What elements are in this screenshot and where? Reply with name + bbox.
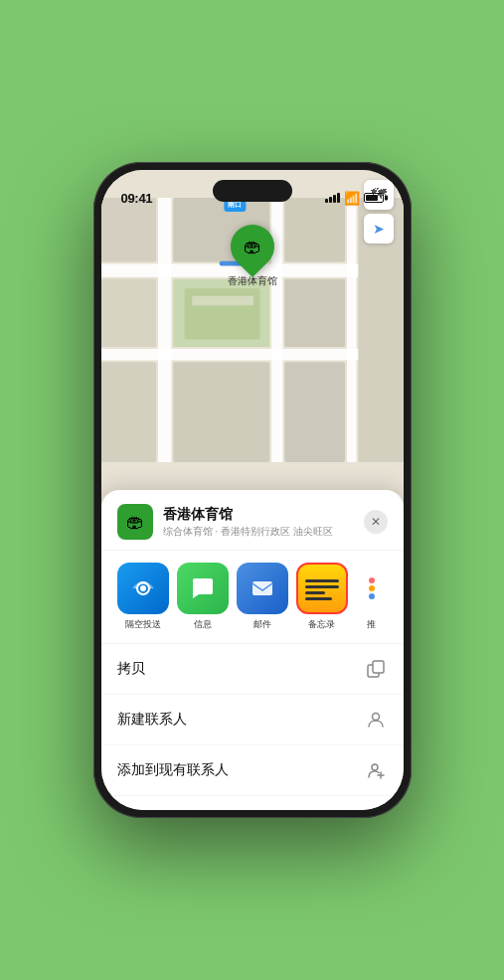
status-time: 09:41 xyxy=(121,191,153,206)
messages-icon xyxy=(177,563,229,614)
svg-point-25 xyxy=(372,764,378,770)
phone-frame: 09:41 📶 xyxy=(93,162,412,818)
app-item-mail[interactable]: 邮件 xyxy=(237,563,288,631)
svg-rect-21 xyxy=(252,581,272,595)
dynamic-island xyxy=(213,180,292,202)
place-subtitle: 综合体育馆 · 香港特别行政区 油尖旺区 xyxy=(163,525,364,539)
map-location-button[interactable]: ➤ xyxy=(364,214,394,244)
svg-rect-14 xyxy=(173,362,269,462)
app-item-notes[interactable]: 备忘录 xyxy=(296,563,348,631)
app-item-messages[interactable]: 信息 xyxy=(177,563,229,631)
action-item-add-existing[interactable]: 添加到现有联系人 xyxy=(101,745,404,796)
signal-bar-3 xyxy=(333,195,336,203)
pin-icon: 🏟 xyxy=(244,237,261,257)
bottom-sheet: 🏟 香港体育馆 综合体育馆 · 香港特别行政区 油尖旺区 ✕ xyxy=(101,490,404,810)
more-label: 推 xyxy=(367,618,376,631)
share-apps-row: 隔空投送 信息 xyxy=(101,551,404,644)
mail-icon xyxy=(237,563,288,614)
signal-bar-4 xyxy=(337,193,340,203)
svg-point-20 xyxy=(140,585,146,591)
copy-icon xyxy=(364,657,388,681)
app-item-airdrop[interactable]: 隔空投送 xyxy=(117,563,169,631)
action-item-new-contact[interactable]: 新建联系人 xyxy=(101,695,404,745)
add-contact-icon xyxy=(364,758,388,782)
messages-label: 信息 xyxy=(194,618,212,631)
status-icons: 📶 xyxy=(325,191,384,206)
action-list: 拷贝 新建联系人 xyxy=(101,644,404,810)
place-header: 🏟 香港体育馆 综合体育馆 · 香港特别行政区 油尖旺区 ✕ xyxy=(101,490,404,551)
mail-label: 邮件 xyxy=(253,618,271,631)
airdrop-label: 隔空投送 xyxy=(125,618,161,631)
action-item-copy[interactable]: 拷贝 xyxy=(101,644,404,695)
place-icon: 🏟 xyxy=(117,504,153,540)
new-contact-icon xyxy=(364,708,388,732)
svg-rect-3 xyxy=(158,198,171,462)
map-svg xyxy=(101,170,404,490)
notes-icon xyxy=(296,563,348,614)
place-icon-emoji: 🏟 xyxy=(126,512,144,533)
svg-point-24 xyxy=(372,714,379,721)
pin-circle: 🏟 xyxy=(221,216,282,277)
app-item-more[interactable]: 推 xyxy=(356,563,388,631)
phone-screen: 09:41 📶 xyxy=(101,170,404,810)
svg-rect-9 xyxy=(101,279,156,347)
action-item-quick-note[interactable]: 添加到新快速备忘录 xyxy=(101,796,404,810)
place-name: 香港体育馆 xyxy=(163,505,364,523)
notes-label: 备忘录 xyxy=(308,618,335,631)
svg-rect-17 xyxy=(192,296,253,306)
svg-rect-23 xyxy=(373,661,384,673)
quick-note-icon xyxy=(364,809,388,810)
signal-bar-2 xyxy=(329,197,332,203)
stadium-pin[interactable]: 🏟 香港体育馆 xyxy=(228,225,277,288)
signal-bars xyxy=(325,193,340,203)
map-area[interactable]: 南口 🏟 香港体育馆 🗺 ➤ xyxy=(101,170,404,490)
wifi-icon: 📶 xyxy=(344,191,360,206)
svg-rect-12 xyxy=(284,279,345,347)
new-contact-label: 新建联系人 xyxy=(117,711,187,729)
svg-rect-13 xyxy=(101,362,156,462)
svg-rect-5 xyxy=(347,198,357,462)
add-existing-label: 添加到现有联系人 xyxy=(117,761,229,779)
signal-bar-1 xyxy=(325,199,328,203)
place-info: 香港体育馆 综合体育馆 · 香港特别行政区 油尖旺区 xyxy=(163,505,364,538)
close-button[interactable]: ✕ xyxy=(364,510,388,534)
more-icon xyxy=(356,563,388,614)
airdrop-icon xyxy=(117,563,169,614)
battery-fill xyxy=(366,195,379,201)
close-icon: ✕ xyxy=(371,515,381,529)
battery-icon xyxy=(364,193,384,203)
copy-label: 拷贝 xyxy=(117,660,145,678)
svg-rect-15 xyxy=(284,362,345,462)
